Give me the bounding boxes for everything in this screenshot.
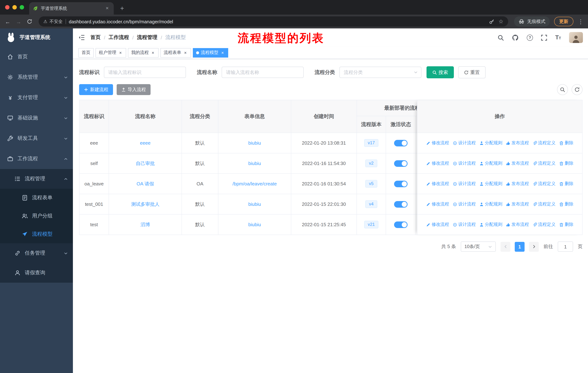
sidebar-item-process-mgmt[interactable]: 流程管理 bbox=[0, 169, 73, 189]
edit-process-link[interactable]: 修改流程 bbox=[426, 201, 449, 207]
process-name-input[interactable] bbox=[222, 67, 304, 78]
bookmark-star-icon[interactable]: ☆ bbox=[499, 18, 504, 25]
tag-tenant-mgmt[interactable]: 租户管理 × bbox=[95, 48, 126, 57]
key-icon[interactable] bbox=[489, 19, 494, 24]
publish-process-link[interactable]: 发布流程 bbox=[506, 160, 529, 166]
close-icon[interactable]: × bbox=[151, 50, 155, 55]
version-badge[interactable]: v17 bbox=[364, 139, 378, 147]
fullscreen-icon[interactable] bbox=[541, 34, 547, 40]
minimize-window-button[interactable] bbox=[12, 5, 17, 10]
design-process-link[interactable]: 设计流程 bbox=[453, 181, 476, 187]
tag-my-process[interactable]: 我的流程 × bbox=[128, 48, 158, 57]
reset-button[interactable]: 重置 bbox=[458, 66, 486, 78]
new-tab-button[interactable]: + bbox=[117, 3, 128, 14]
process-definition-link[interactable]: 流程定义 bbox=[533, 222, 556, 228]
assign-rule-link[interactable]: 分配规则 bbox=[479, 140, 502, 146]
delete-link[interactable]: 删除 bbox=[559, 222, 573, 228]
process-definition-link[interactable]: 流程定义 bbox=[533, 201, 556, 207]
model-name-link[interactable]: eeee bbox=[140, 140, 151, 146]
assign-rule-link[interactable]: 分配规则 bbox=[479, 160, 502, 166]
active-toggle[interactable] bbox=[394, 140, 408, 146]
publish-process-link[interactable]: 发布流程 bbox=[506, 222, 529, 228]
back-icon[interactable]: ← bbox=[4, 18, 11, 25]
close-window-button[interactable] bbox=[5, 5, 10, 10]
breadcrumb-home[interactable]: 首页 bbox=[90, 34, 101, 41]
avatar[interactable] bbox=[569, 32, 583, 43]
process-definition-link[interactable]: 流程定义 bbox=[533, 140, 556, 146]
prev-page-button[interactable] bbox=[501, 242, 510, 252]
delete-link[interactable]: 删除 bbox=[559, 201, 573, 207]
publish-process-link[interactable]: 发布流程 bbox=[506, 140, 529, 146]
form-info-link[interactable]: biubiu bbox=[248, 161, 261, 166]
sidebar-item-user-group[interactable]: 用户分组 bbox=[0, 207, 73, 225]
tab-close-icon[interactable]: × bbox=[104, 5, 110, 11]
version-badge[interactable]: v4 bbox=[365, 200, 377, 208]
active-toggle[interactable] bbox=[394, 201, 408, 207]
form-info-link[interactable]: biubiu bbox=[248, 202, 261, 207]
app-logo[interactable]: 芋道管理系统 bbox=[0, 28, 73, 47]
close-icon[interactable]: × bbox=[183, 50, 188, 55]
close-icon[interactable]: × bbox=[220, 50, 225, 55]
search-button[interactable]: 搜索 bbox=[427, 66, 454, 78]
edit-process-link[interactable]: 修改流程 bbox=[426, 160, 449, 166]
window-controls[interactable] bbox=[5, 5, 24, 10]
model-name-link[interactable]: 测试多审批人 bbox=[131, 201, 159, 207]
reload-icon[interactable] bbox=[26, 19, 33, 24]
assign-rule-link[interactable]: 分配规则 bbox=[479, 222, 502, 228]
delete-link[interactable]: 删除 bbox=[559, 160, 573, 166]
search-icon[interactable] bbox=[498, 34, 504, 40]
design-process-link[interactable]: 设计流程 bbox=[453, 222, 476, 228]
model-name-link[interactable]: 自己审批 bbox=[136, 160, 155, 167]
publish-process-link[interactable]: 发布流程 bbox=[506, 181, 529, 187]
tag-home[interactable]: 首页 bbox=[78, 48, 94, 57]
design-process-link[interactable]: 设计流程 bbox=[453, 140, 476, 146]
edit-process-link[interactable]: 修改流程 bbox=[426, 140, 449, 146]
design-process-link[interactable]: 设计流程 bbox=[453, 160, 476, 166]
process-id-input[interactable] bbox=[104, 67, 186, 78]
sidebar-item-leave-query[interactable]: 请假查询 bbox=[0, 263, 73, 283]
update-browser-button[interactable]: 更新 bbox=[554, 17, 573, 26]
tag-process-model[interactable]: 流程模型 × bbox=[193, 48, 228, 57]
publish-process-link[interactable]: 发布流程 bbox=[506, 201, 529, 207]
breadcrumb-workflow[interactable]: 工作流程 bbox=[109, 34, 129, 41]
sidebar-item-workflow[interactable]: 工作流程 bbox=[0, 149, 73, 169]
font-size-icon[interactable]: TT bbox=[555, 35, 561, 40]
model-name-link[interactable]: OA 请假 bbox=[136, 181, 154, 187]
design-process-link[interactable]: 设计流程 bbox=[453, 201, 476, 207]
breadcrumb-process-mgmt[interactable]: 流程管理 bbox=[137, 34, 158, 41]
help-icon[interactable]: ? bbox=[527, 34, 533, 40]
edit-process-link[interactable]: 修改流程 bbox=[426, 181, 449, 187]
tag-process-form[interactable]: 流程表单 × bbox=[160, 48, 191, 57]
forward-icon[interactable]: → bbox=[15, 18, 22, 25]
version-badge[interactable]: v5 bbox=[365, 180, 377, 188]
address-bar[interactable]: ⚠ 不安全 dashboard.yudao.iocoder.cn/bpm/man… bbox=[39, 16, 508, 27]
form-info-link[interactable]: /bpm/oa/leave/create bbox=[232, 181, 277, 186]
zoom-window-button[interactable] bbox=[20, 5, 24, 10]
active-toggle[interactable] bbox=[394, 160, 408, 167]
assign-rule-link[interactable]: 分配规则 bbox=[479, 201, 502, 207]
sidebar-item-devtools[interactable]: 研发工具 bbox=[0, 128, 73, 149]
active-toggle[interactable] bbox=[394, 181, 408, 187]
delete-link[interactable]: 删除 bbox=[559, 140, 573, 146]
browser-tab[interactable]: 芋道管理系统 × bbox=[29, 2, 114, 15]
delete-link[interactable]: 删除 bbox=[559, 181, 573, 187]
sidebar-toggle-icon[interactable] bbox=[73, 34, 90, 41]
sidebar-item-infra[interactable]: 基础设施 bbox=[0, 108, 73, 128]
close-icon[interactable]: × bbox=[118, 50, 123, 55]
page-size-select[interactable]: 10条/页 bbox=[461, 242, 496, 252]
import-process-button[interactable]: 导入流程 bbox=[117, 84, 151, 95]
sidebar-item-system[interactable]: 系统管理 bbox=[0, 67, 73, 87]
github-icon[interactable] bbox=[512, 34, 519, 41]
next-page-button[interactable] bbox=[529, 242, 539, 252]
goto-page-input[interactable] bbox=[558, 242, 573, 252]
sidebar-item-home[interactable]: 首页 bbox=[0, 47, 73, 67]
version-badge[interactable]: v2 bbox=[365, 160, 377, 167]
sidebar-item-process-form[interactable]: 流程表单 bbox=[0, 189, 73, 207]
form-info-link[interactable]: biubiu bbox=[248, 140, 261, 146]
category-select-input[interactable] bbox=[339, 67, 421, 78]
create-process-button[interactable]: 新建流程 bbox=[79, 84, 113, 95]
browser-menu-icon[interactable]: ⋮ bbox=[578, 18, 584, 25]
process-definition-link[interactable]: 流程定义 bbox=[533, 181, 556, 187]
url-text[interactable]: dashboard.yudao.iocoder.cn/bpm/manager/m… bbox=[69, 19, 486, 24]
sidebar-item-payment[interactable]: ¥ 支付管理 bbox=[0, 87, 73, 108]
